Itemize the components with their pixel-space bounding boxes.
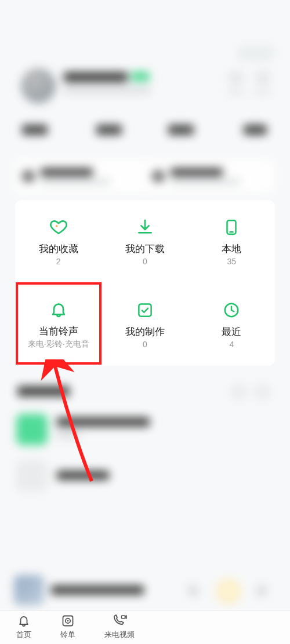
annotation-highlight-box (16, 282, 102, 365)
svg-point-7 (67, 620, 69, 622)
svg-rect-8 (122, 616, 125, 618)
grid-item-value: 2 (56, 257, 61, 266)
nav-label: 来电视频 (104, 630, 135, 640)
grid-item-value: 0 (143, 257, 147, 266)
nav-ringtone-list[interactable]: 铃单 (60, 613, 75, 643)
grid-item-value: 4 (229, 340, 234, 349)
grid-item-recent[interactable]: 最近 4 (188, 283, 275, 366)
grid-item-value: 0 (143, 340, 147, 349)
disc-icon (60, 613, 75, 628)
grid-item-local[interactable]: 本地 35 (188, 200, 275, 283)
grid-item-favorites[interactable]: 我的收藏 2 (15, 200, 102, 283)
clock-icon (221, 300, 242, 321)
heart-icon (48, 217, 69, 238)
svg-rect-3 (139, 304, 151, 316)
phone-icon (221, 217, 242, 238)
nav-call-video[interactable]: 来电视频 (104, 613, 135, 643)
grid-item-label: 我的下载 (125, 242, 165, 256)
grid-item-downloads[interactable]: 我的下载 0 (102, 200, 188, 283)
grid-item-label: 我的制作 (125, 325, 165, 339)
grid-item-label: 最近 (222, 325, 241, 339)
bottom-nav: 首页 铃单 来电视频 (0, 610, 290, 644)
grid-item-label: 我的收藏 (39, 242, 78, 256)
grid-item-label: 本地 (222, 242, 241, 256)
checkbox-icon (135, 300, 155, 321)
download-icon (135, 217, 155, 238)
nav-label: 铃单 (60, 630, 75, 640)
phone-video-icon (112, 613, 127, 628)
grid-item-creations[interactable]: 我的制作 0 (102, 283, 188, 366)
grid-item-value: 35 (227, 257, 237, 266)
bell-outline-icon (16, 613, 31, 628)
nav-label: 首页 (16, 630, 31, 640)
svg-point-0 (55, 225, 57, 227)
nav-home[interactable]: 首页 (16, 613, 31, 643)
